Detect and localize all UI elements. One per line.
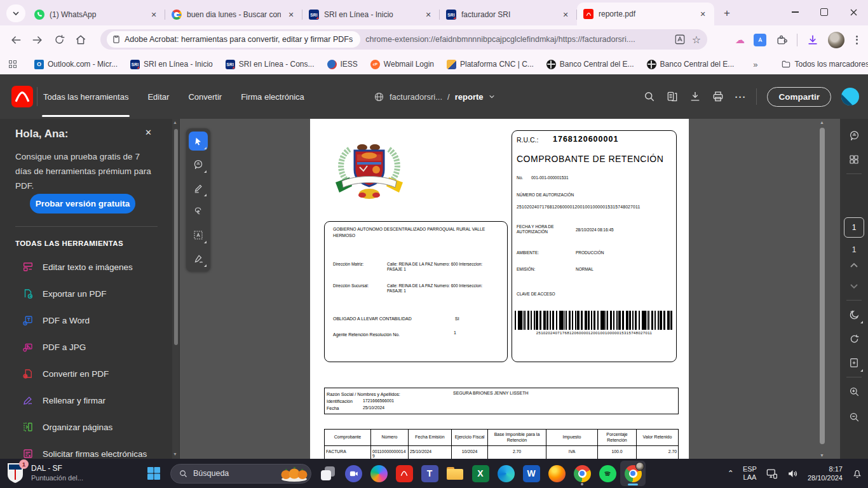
trial-button[interactable]: Probar versión gratuita — [30, 194, 135, 214]
document-scrollbar[interactable]: ▲ ▼ — [818, 119, 826, 459]
scroll-up-icon[interactable]: ▲ — [173, 120, 177, 125]
scroll-down-icon[interactable]: ▼ — [820, 453, 824, 458]
tool-convert-to-pdf[interactable]: Convertir en PDF — [0, 360, 172, 387]
tab-close-icon[interactable]: ✕ — [149, 10, 159, 20]
close-icon[interactable]: ✕ — [145, 128, 152, 137]
tool-organize-pages[interactable]: Organizar páginas — [0, 414, 172, 440]
edge-button[interactable] — [493, 461, 519, 486]
tab-close-icon[interactable]: ✕ — [698, 9, 708, 19]
scrollbar-thumb[interactable] — [174, 129, 178, 345]
home-button[interactable] — [70, 29, 92, 51]
reload-button[interactable] — [48, 29, 70, 51]
next-page-icon[interactable] — [844, 276, 864, 296]
zoom-out-icon[interactable] — [844, 407, 864, 427]
clock[interactable]: 8:17 28/10/2024 — [808, 464, 843, 482]
tool-fill-sign[interactable]: Rellenar y firmar — [0, 387, 172, 414]
tool-export-pdf[interactable]: Exportar un PDF — [0, 280, 172, 307]
notification-bell-icon[interactable] — [851, 468, 863, 479]
bookmark-star-icon[interactable]: ☆ — [692, 34, 701, 46]
task-view-button[interactable] — [315, 461, 341, 486]
menu-all-tools[interactable]: Todas las herramientas — [42, 90, 130, 104]
volume-icon[interactable] — [787, 468, 799, 480]
bookmark-webmail[interactable]: cP Webmail Login — [370, 60, 434, 69]
bookmark-sri-inicio[interactable]: SRI SRI en Línea - Inicio — [130, 60, 213, 69]
extensions-puzzle-icon[interactable] — [775, 34, 788, 46]
scrollbar-thumb[interactable] — [820, 128, 825, 444]
tab-google-search[interactable]: buen dia lunes - Buscar con ✕ — [165, 4, 302, 25]
share-button[interactable]: Compartir — [767, 87, 831, 107]
tab-close-icon[interactable]: ✕ — [286, 10, 296, 20]
bookmark-sri-consultas[interactable]: SRI SRI en Línea - Cons... — [226, 60, 315, 69]
word-button[interactable]: W — [519, 461, 544, 486]
tab-facturador[interactable]: SRI facturador SRI ✕ — [440, 4, 577, 25]
close-button[interactable] — [839, 0, 868, 24]
google-translate-extension-icon[interactable] — [754, 34, 766, 46]
download-icon[interactable] — [689, 90, 702, 103]
annotations-icon[interactable] — [844, 125, 864, 146]
spotify-button[interactable] — [595, 461, 620, 486]
chat-button[interactable] — [341, 461, 366, 486]
add-text-tool-button[interactable] — [189, 226, 208, 245]
copilot-button[interactable] — [366, 461, 391, 486]
menu-edit[interactable]: Editar — [146, 90, 170, 104]
minimize-button[interactable] — [780, 0, 810, 24]
theme-toggle-icon[interactable] — [844, 304, 864, 325]
bookmarks-overflow-icon[interactable]: » — [753, 60, 757, 69]
lasso-tool-button[interactable] — [189, 202, 208, 221]
search-icon[interactable] — [643, 90, 656, 103]
search-box[interactable]: Búsqueda — [170, 464, 311, 484]
all-bookmarks-button[interactable]: Todos los marcadores — [781, 59, 868, 69]
back-button[interactable] — [5, 29, 27, 51]
tool-pdf-to-jpg[interactable]: PDF a JPG — [0, 334, 172, 360]
cloud-extension-icon[interactable]: ☁ — [735, 34, 745, 46]
profile-avatar[interactable] — [828, 32, 844, 48]
chrome-active-button[interactable] — [620, 461, 646, 486]
tools-grid-icon[interactable] — [844, 149, 864, 170]
download-icon[interactable] — [806, 34, 819, 46]
page-thumbnails-icon[interactable] — [666, 90, 679, 103]
comment-tool-button[interactable] — [189, 155, 208, 174]
tool-pdf-to-word[interactable]: PDF a Word — [0, 307, 172, 334]
bookmark-iess[interactable]: IESS — [327, 60, 358, 69]
acrobat-logo[interactable] — [11, 86, 33, 107]
tab-close-icon[interactable]: ✕ — [560, 10, 571, 20]
network-icon[interactable] — [766, 468, 778, 480]
start-button[interactable] — [141, 461, 166, 486]
scroll-down-icon[interactable]: ▼ — [173, 452, 177, 456]
excel-button[interactable]: X — [468, 461, 493, 486]
bookmark-banco-central-1[interactable]: Banco Central del E... — [546, 60, 634, 69]
tab-whatsapp[interactable]: (1) WhatsApp ✕ — [28, 4, 165, 25]
news-widget[interactable]: 1 DAL - SF Puntuación del... — [6, 462, 83, 484]
firefox-button[interactable] — [544, 461, 569, 486]
bookmark-banco-central-2[interactable]: Banco Central del E... — [647, 60, 735, 69]
highlight-tool-button[interactable] — [189, 179, 208, 198]
current-page-indicator[interactable]: 1 — [844, 217, 864, 238]
apps-grid-icon[interactable] — [9, 60, 17, 68]
menu-esign[interactable]: Firma electrónica — [240, 90, 306, 104]
chrome-button[interactable] — [569, 461, 595, 486]
scroll-up-icon[interactable]: ▲ — [820, 120, 824, 125]
tab-sri-inicio[interactable]: SRI SRI en Línea - Inicio ✕ — [302, 4, 440, 25]
more-options-icon[interactable]: ··· — [735, 92, 746, 102]
maximize-button[interactable] — [810, 0, 839, 24]
tab-reporte-pdf[interactable]: reporte.pdf ✕ — [577, 3, 714, 25]
fit-page-icon[interactable] — [844, 353, 864, 373]
bookmark-outlook[interactable]: O Outlook.com - Micr... — [34, 60, 118, 69]
sign-tool-button[interactable] — [189, 249, 208, 268]
language-indicator[interactable]: ESP LAA — [743, 465, 757, 482]
browser-menu-icon[interactable] — [853, 33, 860, 47]
forward-button[interactable] — [27, 29, 48, 51]
bookmark-cnc[interactable]: Plataforma CNC | C... — [447, 60, 534, 69]
rotate-page-icon[interactable] — [844, 329, 864, 349]
menu-convert[interactable]: Convertir — [187, 90, 223, 104]
select-tool-button[interactable] — [189, 132, 208, 151]
panel-scrollbar[interactable]: ▲ ▼ — [172, 119, 179, 459]
previous-page-icon[interactable] — [844, 255, 864, 276]
print-icon[interactable] — [712, 90, 724, 103]
tray-chevron-icon[interactable]: ⌃ — [728, 469, 734, 478]
breadcrumb[interactable]: facturadorsri... / reporte — [374, 74, 495, 119]
acrobat-app-button[interactable] — [391, 461, 417, 486]
new-tab-button[interactable]: + — [718, 4, 736, 22]
tool-edit-text[interactable]: Editar texto e imágenes — [0, 254, 172, 280]
tab-search-button[interactable] — [6, 4, 25, 22]
